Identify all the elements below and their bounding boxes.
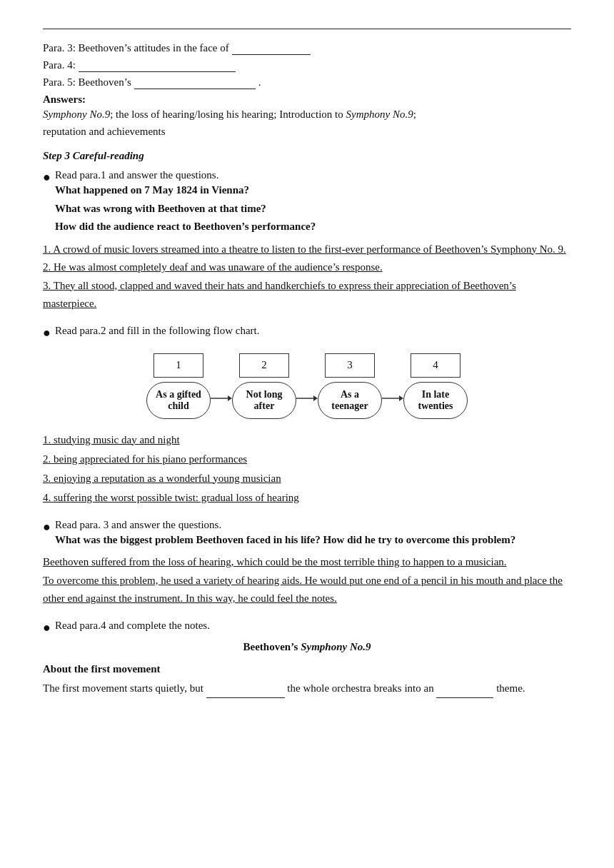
flow-item-1: 1 As a giftedchild: [146, 353, 211, 419]
flow-box-1: 1: [154, 353, 203, 378]
bullet2-content: Read para.2 and fill in the following fl…: [55, 325, 571, 337]
bullet4-content: Read para.4 and complete the notes.: [55, 620, 571, 632]
bullet3-answer1: Beethoven suffered from the loss of hear…: [43, 553, 571, 572]
para3-line: Para. 3: Beethoven’s attitudes in the fa…: [43, 42, 571, 55]
para5-suffix: .: [258, 76, 261, 89]
para3-blank[interactable]: [232, 42, 311, 55]
center-heading-beethoven: Beethoven’s: [243, 641, 301, 652]
answers-line2: reputation and achievements: [43, 126, 166, 137]
bullet3-dot: ●: [43, 520, 51, 535]
bullet2-section: ● Read para.2 and fill in the following …: [43, 325, 571, 508]
answers-label: Answers:: [43, 94, 86, 105]
numbered-item-3: 3. enjoying a reputation as a wonderful …: [43, 469, 571, 488]
flow-oval-3: As ateenager: [318, 382, 382, 419]
flow-item-2: 2 Not longafter: [232, 353, 296, 419]
para4-line: Para. 4:: [43, 59, 571, 72]
para5-label: Para. 5: Beethoven’s: [43, 76, 131, 89]
numbered-item-1: 1. studying music day and night: [43, 430, 571, 450]
flow-chart: 1 As a giftedchild 2 Not longafter: [43, 353, 571, 419]
answers-text: Symphony No.9; the loss of hearing/losin…: [43, 108, 416, 137]
answer1b: 2. He was almost completely deaf and was…: [43, 258, 571, 277]
step3-section: Step 3 Careful-reading ● Read para.1 and…: [43, 150, 571, 698]
bullet1-section: ● Read para.1 and answer the questions. …: [43, 169, 571, 313]
bullet3-question: What was the biggest problem Beethoven f…: [55, 534, 515, 545]
bullet2-dot: ●: [43, 326, 51, 340]
top-divider: [43, 29, 571, 29]
last-para-body: The first movement starts quietly, but: [43, 682, 203, 694]
bullet4-intro: Read para.4 and complete the notes.: [55, 620, 210, 631]
step3-heading: Step 3 Careful-reading: [43, 150, 571, 162]
flow-box-3: 3: [325, 353, 375, 378]
flow-oval-1: As a giftedchild: [146, 382, 211, 419]
bullet1-content: Read para.1 and answer the questions. Wh…: [55, 169, 571, 236]
bullet1-dot: ●: [43, 170, 51, 185]
question1b: What was wrong with Beethoven at that ti…: [55, 203, 266, 214]
answers-italic2: Symphony No.9: [346, 108, 413, 120]
bullet3-intro: Read para. 3 and answer the questions.: [55, 519, 221, 530]
para4-blank[interactable]: [79, 59, 236, 72]
bullet2-row: ● Read para.2 and fill in the following …: [43, 325, 571, 340]
arrow-icon-3: [382, 392, 403, 405]
last-para: The first movement starts quietly, but t…: [43, 678, 571, 698]
last-para-middle: the whole orchestra breaks into an: [287, 682, 433, 694]
last-para-blank1[interactable]: [206, 678, 285, 698]
last-para-blank2[interactable]: [436, 678, 493, 698]
bullet3-row: ● Read para. 3 and answer the questions.…: [43, 519, 571, 550]
bullet4-row: ● Read para.4 and complete the notes.: [43, 620, 571, 635]
para5-line: Para. 5: Beethoven’s .: [43, 76, 571, 89]
bullet3-section: ● Read para. 3 and answer the questions.…: [43, 519, 571, 608]
flow-item-4: 4 In latetwenties: [403, 353, 468, 419]
bullet1-intro: Read para.1 and answer the questions.: [55, 169, 219, 181]
flow-arrow-1: [211, 380, 232, 417]
bullet3-answer2: To overcome this problem, he used a vari…: [43, 572, 571, 608]
numbered-list: 1. studying music day and night 2. being…: [43, 430, 571, 508]
para5-blank[interactable]: [134, 76, 256, 89]
numbered-item-2: 2. being appreciated for his piano perfo…: [43, 450, 571, 469]
bullet2-intro: Read para.2 and fill in the following fl…: [55, 325, 260, 336]
flow-oval-4: In latetwenties: [403, 382, 468, 419]
arrow-icon-2: [296, 392, 318, 405]
answers-italic1: Symphony No.9: [43, 108, 110, 120]
bullet3-content: Read para. 3 and answer the questions. W…: [55, 519, 571, 550]
flow-box-4: 4: [411, 353, 460, 378]
para3-label: Para. 3: Beethoven’s attitudes in the fa…: [43, 42, 229, 54]
question1c: How did the audience react to Beethoven’…: [55, 221, 316, 232]
center-heading-row: Beethoven’s Symphony No.9: [43, 641, 571, 653]
last-para-suffix: theme.: [496, 682, 525, 694]
para4-label: Para. 4:: [43, 59, 76, 71]
flow-chart-section: 1 As a giftedchild 2 Not longafter: [43, 353, 571, 419]
answer1c: 3. They all stood, clapped and waved the…: [43, 277, 571, 313]
flow-arrow-3: [382, 380, 403, 417]
question1a: What happened on 7 May 1824 in Vienna?: [55, 184, 249, 196]
answer1a: 1. A crowd of music lovers streamed into…: [43, 241, 571, 259]
arrow-icon-1: [211, 392, 232, 405]
bullet4-dot: ●: [43, 620, 51, 635]
about-heading: About the first movement: [43, 663, 571, 675]
center-heading-symphony: Symphony No.9: [301, 641, 371, 652]
flow-box-2: 2: [239, 353, 289, 378]
answers-section: Answers: Symphony No.9; the loss of hear…: [43, 94, 571, 140]
flow-oval-2: Not longafter: [232, 382, 296, 419]
numbered-item-4: 4. suffering the worst possible twist: g…: [43, 488, 571, 508]
flow-arrow-2: [296, 380, 318, 417]
bullet1-row: ● Read para.1 and answer the questions. …: [43, 169, 571, 236]
bullet4-section: ● Read para.4 and complete the notes. Be…: [43, 620, 571, 698]
flow-item-3: 3 As ateenager: [318, 353, 382, 419]
